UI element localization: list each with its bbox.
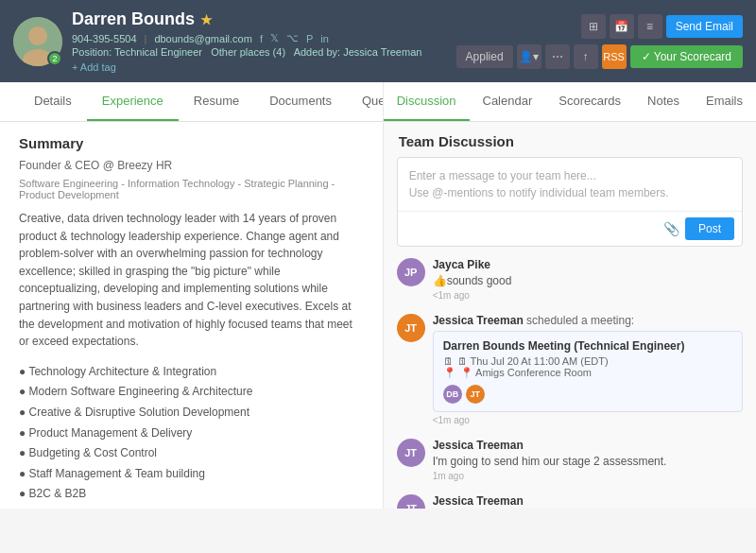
message-bubble: Jessica Treeman: [433, 494, 743, 508]
right-tab-emails[interactable]: Emails: [693, 82, 756, 121]
calendar-icon-btn[interactable]: 📅: [610, 14, 634, 39]
sender-avatar: JT: [397, 439, 425, 467]
svg-point-1: [28, 26, 47, 45]
bullet-item: B2C & B2B: [19, 484, 364, 505]
message-item: JT Jessica Treeman I'm going to send him…: [397, 439, 743, 481]
summary-title: Summary: [19, 135, 364, 151]
sender-avatar: JT: [397, 494, 425, 509]
grid-icon-btn[interactable]: ⊞: [581, 14, 606, 39]
skills-bullets: Technology Architecture & Integration Mo…: [19, 362, 364, 505]
bullet-item: Budgeting & Cost Control: [19, 443, 364, 464]
phone: 904-395-5504: [72, 33, 137, 44]
right-panel: Discussion Calendar Scorecards Notes Ema…: [384, 82, 756, 509]
bullet-item: Staff Management & Team building: [19, 464, 364, 485]
message-text: 👍sounds good: [433, 274, 743, 287]
message-item: JP Jayca Pike 👍sounds good <1m ago: [397, 258, 743, 301]
meeting-title: Darren Bounds Meeting (Technical Enginee…: [443, 339, 732, 353]
meeting-date: 🗓 🗓 Thu Jul 20 At 11:00 AM (EDT): [443, 355, 732, 367]
left-tabs: Details Experience Resume Documents Ques…: [0, 82, 383, 122]
right-tab-calendar[interactable]: Calendar: [470, 82, 546, 121]
more-icon-btn[interactable]: ⋯: [545, 44, 570, 69]
right-tab-scorecards[interactable]: Scorecards: [545, 82, 634, 121]
pin-icon: P: [306, 33, 313, 44]
message-time: 1m ago: [433, 471, 743, 481]
right-tabs: Discussion Calendar Scorecards Notes Ema…: [384, 82, 756, 122]
header-left: 2 Darren Bounds ★ 904-395-5504 | dbounds…: [13, 9, 421, 73]
post-button[interactable]: Post: [685, 217, 734, 240]
bullet-item: Modern Software Engineering & Architectu…: [19, 382, 364, 403]
tab-questionnaires[interactable]: Questionnaires: [347, 82, 384, 121]
message-time: <1m ago: [433, 290, 743, 301]
message-time: <1m ago: [433, 415, 743, 425]
bullet-item: Technology Architecture & Integration: [19, 362, 364, 383]
message-sender: Jessica Treeman scheduled a meeting:: [433, 314, 743, 327]
emoji: 👍: [433, 274, 447, 287]
notification-badge: 2: [47, 51, 62, 66]
header-meta: 904-395-5504 | dbounds@gmail.com f 𝕏 ⌥ P…: [72, 32, 421, 44]
message-input-box: Enter a message to your team here... Use…: [397, 157, 743, 247]
attendee-avatar: JT: [466, 385, 485, 404]
bullet-item: Product Management & Delivery: [19, 423, 364, 444]
add-tag-btn[interactable]: + Add tag: [72, 61, 421, 73]
message-sender: Jayca Pike: [433, 258, 743, 271]
skills-line: Software Engineering - Information Techn…: [19, 178, 364, 200]
header-actions-bottom: Applied 👤▾ ⋯ ↑ RSS ✓ Your Scorecard: [456, 44, 743, 69]
header-actions-top: ⊞ 📅 ≡ Send Email: [581, 14, 743, 39]
bio-text: Creative, data driven technology leader …: [19, 210, 364, 351]
position-line: Position: Technical Engineer Other place…: [72, 46, 421, 58]
li-icon: in: [320, 33, 329, 44]
right-tab-notes[interactable]: Notes: [634, 82, 693, 121]
left-panel: Details Experience Resume Documents Ques…: [0, 82, 384, 509]
message-item: JT Jessica Treeman scheduled a meeting: …: [397, 314, 743, 425]
message-bubble: Jessica Treeman I'm going to send him ou…: [433, 439, 743, 481]
tw-icon: 𝕏: [270, 32, 279, 44]
right-tab-discussion[interactable]: Discussion: [384, 82, 470, 121]
rss-btn[interactable]: RSS: [602, 44, 627, 69]
discussion-area: Team Discussion Enter a message to your …: [384, 122, 756, 509]
fb-icon: f: [260, 33, 263, 44]
send-email-button[interactable]: Send Email: [666, 15, 743, 38]
sender-avatar: JP: [397, 258, 425, 286]
main-content: Details Experience Resume Documents Ques…: [0, 82, 756, 509]
candidate-name: Darren Bounds ★: [72, 9, 421, 29]
founder-role: Founder & CEO @ Breezy HR: [19, 159, 364, 172]
sender-avatar: JT: [397, 314, 425, 342]
header: 2 Darren Bounds ★ 904-395-5504 | dbounds…: [0, 0, 756, 82]
tab-details[interactable]: Details: [19, 82, 87, 121]
applied-dropdown-btn[interactable]: Applied: [456, 45, 513, 68]
person-icon-btn[interactable]: 👤▾: [517, 44, 541, 69]
email: dbounds@gmail.com: [154, 33, 252, 44]
attendee-avatar: DB: [443, 385, 462, 404]
message-toolbar: 📎 Post: [398, 211, 742, 246]
message-bubble: Jessica Treeman scheduled a meeting: Dar…: [433, 314, 743, 425]
team-discussion-title: Team Discussion: [384, 122, 756, 157]
calendar-icon: 🗓: [443, 355, 454, 367]
bullet-item: Creative & Disruptive Solution Developme…: [19, 403, 364, 423]
message-text: I'm going to send him our stage 2 assess…: [433, 455, 743, 468]
message-item: JT Jessica Treeman: [397, 494, 743, 509]
gh-icon: ⌥: [286, 32, 299, 44]
star-icon[interactable]: ★: [200, 12, 213, 27]
scorecard-button[interactable]: ✓ Your Scorecard: [630, 45, 743, 68]
header-right: ⊞ 📅 ≡ Send Email Applied 👤▾ ⋯ ↑ RSS ✓ Yo…: [456, 14, 743, 69]
location-icon: 📍: [443, 367, 456, 379]
meeting-attendees: DB JT: [443, 385, 732, 404]
tab-documents[interactable]: Documents: [254, 82, 347, 121]
upload-icon-btn[interactable]: ↑: [574, 44, 598, 69]
message-sender: Jessica Treeman: [433, 494, 743, 508]
meeting-card: Darren Bounds Meeting (Technical Enginee…: [433, 331, 743, 412]
header-info: Darren Bounds ★ 904-395-5504 | dbounds@g…: [72, 9, 421, 73]
attach-icon[interactable]: 📎: [663, 221, 679, 236]
message-input-area[interactable]: Enter a message to your team here... Use…: [398, 158, 742, 211]
meeting-location: 📍 📍 Amigs Conference Room: [443, 367, 732, 379]
tab-experience[interactable]: Experience: [87, 82, 179, 121]
message-bubble: Jayca Pike 👍sounds good <1m ago: [433, 258, 743, 301]
messages-list: JP Jayca Pike 👍sounds good <1m ago JT: [384, 258, 756, 509]
avatar-wrap: 2: [13, 17, 62, 66]
message-sender: Jessica Treeman: [433, 439, 743, 452]
tab-resume[interactable]: Resume: [179, 82, 254, 121]
list-icon-btn[interactable]: ≡: [638, 14, 662, 39]
